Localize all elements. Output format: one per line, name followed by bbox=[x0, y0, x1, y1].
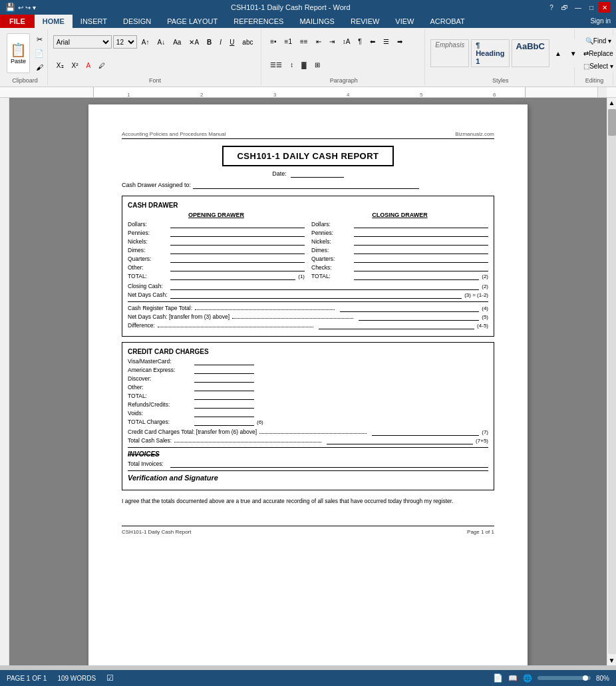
page-count: PAGE 1 OF 1 bbox=[7, 675, 47, 682]
change-case-button[interactable]: Aa bbox=[170, 37, 184, 48]
line-spacing-button[interactable]: ↕ bbox=[287, 59, 297, 71]
sign-in[interactable]: Sign in bbox=[585, 15, 616, 28]
superscript-button[interactable]: X² bbox=[69, 60, 82, 71]
tab-insert[interactable]: INSERT bbox=[73, 15, 115, 28]
tab-review[interactable]: REVIEW bbox=[343, 15, 387, 28]
italic-button[interactable]: I bbox=[216, 37, 225, 48]
tab-page-layout[interactable]: PAGE LAYOUT bbox=[159, 15, 226, 28]
scroll-up-btn[interactable]: ▲ bbox=[607, 98, 616, 108]
net-transfer-row: Net Days Cash: [transfer from (3) above]… bbox=[128, 313, 488, 321]
view-mode-read[interactable]: 📖 bbox=[508, 674, 518, 683]
show-marks-button[interactable]: ¶ bbox=[355, 36, 365, 47]
font-size-select[interactable]: 12 bbox=[113, 35, 137, 49]
date-label: Date: bbox=[272, 170, 287, 178]
scrollbar-right[interactable]: ▲ ▼ bbox=[607, 98, 616, 665]
net-days-field bbox=[170, 291, 462, 299]
justify-button[interactable]: ☰☰ bbox=[267, 59, 285, 71]
align-center-button[interactable]: ☰ bbox=[380, 36, 392, 47]
bold-button[interactable]: B bbox=[204, 37, 215, 48]
style-heading1[interactable]: ¶ Heading 1 bbox=[471, 39, 509, 67]
text-color-button[interactable]: A bbox=[83, 60, 94, 71]
cc-transfer-dots bbox=[259, 433, 367, 434]
page-header: Accounting Policies and Procedures Manua… bbox=[122, 131, 494, 139]
find-button[interactable]: 🔍 Find ▾ bbox=[580, 35, 616, 47]
format-painter-button[interactable]: 🖌 bbox=[31, 61, 47, 73]
closing-header: CLOSING DRAWER bbox=[311, 212, 488, 218]
opening-nickels-label: Nickels: bbox=[128, 238, 168, 245]
tab-design[interactable]: DESIGN bbox=[115, 15, 159, 28]
quick-access: ↩ ↪ ▾ bbox=[18, 4, 36, 11]
increase-indent-button[interactable]: ⇥ bbox=[326, 36, 338, 47]
minimize-btn[interactable]: — bbox=[572, 2, 584, 13]
copy-button[interactable]: 📄 bbox=[31, 47, 47, 60]
sort-button[interactable]: ↕A bbox=[339, 36, 354, 47]
ruler-right-margin bbox=[597, 87, 607, 98]
restore-btn[interactable]: 🗗 bbox=[559, 2, 571, 13]
border-button[interactable]: ⊞ bbox=[311, 59, 323, 71]
zoom-bar[interactable] bbox=[538, 676, 591, 680]
tab-references[interactable]: REFERENCES bbox=[226, 15, 291, 28]
maximize-btn[interactable]: □ bbox=[585, 2, 597, 13]
opening-total: TOTAL: (1) bbox=[128, 273, 305, 280]
font-name-select[interactable]: Arial bbox=[53, 35, 112, 49]
font-grow-button[interactable]: A↑ bbox=[138, 37, 153, 48]
clear-format-button[interactable]: ✕A bbox=[186, 37, 202, 48]
numbering-button[interactable]: ≡1 bbox=[281, 36, 295, 47]
strikethrough-button[interactable]: abc bbox=[239, 37, 256, 48]
proofing-icon[interactable]: ☑ bbox=[106, 673, 114, 683]
opening-header: OPENING DRAWER bbox=[128, 212, 305, 218]
select-button[interactable]: ⬚ Select ▾ bbox=[580, 61, 616, 72]
multilevel-button[interactable]: ≡≡ bbox=[297, 36, 311, 47]
font-shrink-button[interactable]: A↓ bbox=[154, 37, 169, 48]
paste-button[interactable]: 📋 Paste bbox=[7, 33, 30, 73]
styles-scroll-up[interactable]: ▲ bbox=[551, 39, 565, 67]
tab-home[interactable]: HOME bbox=[35, 15, 73, 28]
editing-content: 🔍 Find ▾ ⇄ Replace ⬚ Select ▾ bbox=[580, 31, 609, 76]
view-mode-web[interactable]: 🌐 bbox=[523, 674, 532, 683]
bullets-button[interactable]: ≡• bbox=[267, 36, 279, 47]
closing-checks: Checks: bbox=[311, 264, 488, 271]
scroll-down-btn[interactable]: ▼ bbox=[607, 655, 616, 665]
close-btn[interactable]: ✕ bbox=[599, 2, 611, 13]
discover-label: Discover: bbox=[128, 375, 194, 382]
binoculars-icon: 🔍 bbox=[585, 37, 593, 45]
style-heading2[interactable]: AaBbC bbox=[512, 39, 549, 67]
status-left: PAGE 1 OF 1 109 WORDS ☑ bbox=[7, 673, 114, 683]
highlight-button[interactable]: 🖊 bbox=[95, 60, 108, 71]
zoom-level[interactable]: 80% bbox=[596, 675, 609, 682]
opening-dimes-label: Dimes: bbox=[128, 247, 168, 254]
opening-dimes-field bbox=[170, 247, 305, 254]
help-btn[interactable]: ? bbox=[545, 2, 557, 13]
tape-row: Cash Register Tape Total: (4) bbox=[128, 305, 488, 312]
font-label: Font bbox=[53, 76, 257, 84]
shading-button[interactable]: ▓ bbox=[298, 59, 309, 71]
tab-mailings[interactable]: MAILINGS bbox=[291, 15, 343, 28]
opening-quarters: Quarters: bbox=[128, 256, 305, 263]
footer-left: CSH101-1 Daily Cash Report bbox=[122, 529, 192, 535]
document-area[interactable]: Accounting Policies and Procedures Manua… bbox=[9, 98, 607, 665]
invoices-sub: INVOICES Total Invoices: bbox=[128, 447, 488, 468]
cut-button[interactable]: ✂ bbox=[31, 33, 47, 46]
scroll-thumb[interactable] bbox=[608, 109, 616, 136]
closing-checks-field bbox=[354, 264, 488, 271]
closing-cash-field bbox=[170, 283, 479, 290]
tab-file[interactable]: FILE bbox=[0, 15, 35, 28]
view-mode-print[interactable]: 📄 bbox=[493, 673, 503, 683]
tab-acrobat[interactable]: ACROBAT bbox=[422, 15, 472, 28]
net-days-row: Net Days Cash: (3) = (1-2) bbox=[128, 291, 488, 299]
closing-total-num: (2) bbox=[482, 273, 488, 279]
style-emphasis[interactable]: Emphasis bbox=[430, 39, 469, 67]
decrease-indent-button[interactable]: ⇤ bbox=[313, 36, 325, 47]
underline-button[interactable]: U bbox=[226, 37, 237, 48]
align-left-button[interactable]: ⬅ bbox=[367, 36, 379, 47]
tape-label: Cash Register Tape Total: bbox=[128, 305, 192, 311]
total-cash-dots bbox=[174, 442, 321, 442]
replace-button[interactable]: ⇄ Replace bbox=[580, 48, 616, 59]
opening-total-num: (1) bbox=[298, 273, 305, 279]
drawer-assigned: Cash Drawer Assigned to: bbox=[122, 182, 494, 189]
align-right-button[interactable]: ➡ bbox=[394, 36, 406, 47]
subscript-button[interactable]: X₂ bbox=[53, 60, 67, 71]
credit-card-title: CREDIT CARD CHARGES bbox=[128, 348, 488, 355]
scroll-track[interactable] bbox=[608, 109, 616, 654]
tab-view[interactable]: VIEW bbox=[387, 15, 422, 28]
